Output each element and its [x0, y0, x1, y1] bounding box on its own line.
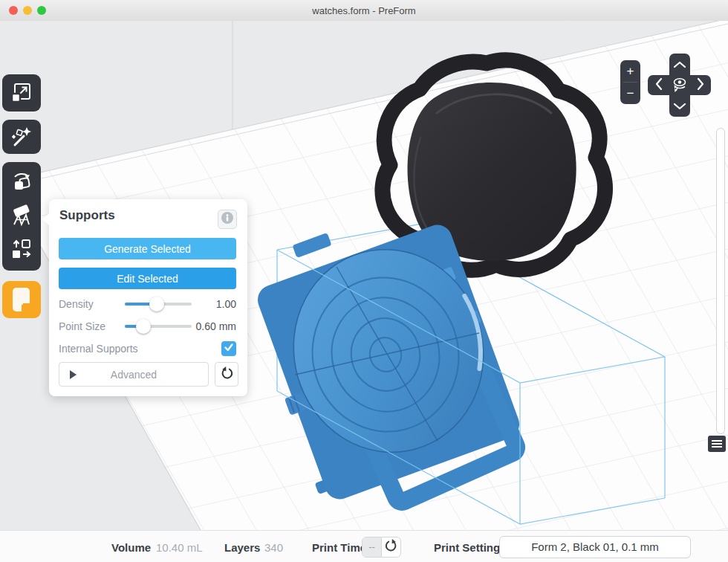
minimize-button[interactable]	[23, 6, 32, 15]
orbit-view-button[interactable]	[669, 75, 690, 95]
zoom-control: + −	[620, 60, 640, 104]
chevron-up-icon	[673, 58, 686, 71]
status-bar: Volume 10.40 mL Layers 340 Print Time --…	[0, 530, 728, 562]
reset-defaults-button[interactable]	[215, 362, 238, 387]
density-row: Density 1.00	[59, 296, 236, 312]
layer-list-button[interactable]	[708, 436, 726, 452]
fullscreen-button[interactable]	[37, 6, 46, 15]
orbit-eye-icon	[670, 74, 689, 97]
panel-notch	[42, 213, 50, 226]
sidebar-tool-one-click-print[interactable]	[2, 120, 41, 154]
generate-selected-button[interactable]: Generate Selected	[59, 238, 236, 259]
density-label: Density	[59, 298, 94, 310]
advanced-expander[interactable]: Advanced	[59, 362, 209, 387]
sidebar-tool-layout[interactable]	[2, 234, 41, 267]
chevron-down-icon	[673, 100, 686, 113]
chevron-left-icon	[655, 77, 663, 94]
rotate-up-button[interactable]	[669, 54, 690, 75]
print-time-label: Print Time	[312, 540, 366, 553]
rotate-left-button[interactable]	[648, 75, 669, 95]
internal-supports-checkbox[interactable]	[221, 341, 236, 356]
point-size-slider[interactable]	[125, 319, 192, 334]
rotate-right-button[interactable]	[690, 75, 711, 95]
checkmark-icon	[223, 341, 235, 356]
reset-icon	[219, 366, 234, 384]
sidebar-print-button[interactable]	[2, 281, 41, 318]
point-size-value: 0.60 mm	[196, 320, 236, 332]
density-slider[interactable]	[125, 297, 192, 311]
rotate-down-button[interactable]	[669, 95, 690, 117]
window-title: watches.form - PreForm	[312, 5, 415, 16]
sidebar-tool-supports[interactable]	[2, 200, 41, 233]
preform-window: watches.form - PreForm	[0, 0, 728, 562]
point-size-row: Point Size 0.60 mm	[59, 318, 236, 335]
info-button[interactable]	[218, 210, 237, 229]
refresh-icon	[384, 538, 399, 556]
chevron-right-icon	[697, 77, 704, 94]
zoom-out-button[interactable]: −	[620, 83, 640, 104]
edit-selected-button[interactable]: Edit Selected	[59, 268, 236, 289]
titlebar: watches.form - PreForm	[0, 0, 728, 22]
volume-value: 10.40 mL	[156, 540, 203, 553]
scale-icon	[10, 82, 33, 104]
layers-label: Layers	[224, 540, 260, 553]
print-settings-label: Print Settings	[434, 540, 507, 553]
print-time-value: --	[363, 537, 382, 557]
expander-triangle-icon	[70, 370, 77, 379]
sidebar-tool-group	[2, 162, 41, 271]
print-settings-field[interactable]: Form 2, Black 01, 0.1 mm	[499, 536, 691, 558]
slider-thumb[interactable]	[149, 297, 164, 311]
zoom-in-button[interactable]: +	[620, 60, 640, 82]
print-time-control: --	[362, 537, 401, 558]
volume-label: Volume	[111, 540, 151, 553]
orient-icon	[10, 169, 33, 196]
sidebar-tool-scale[interactable]	[2, 74, 41, 112]
layers-value: 340	[264, 540, 283, 553]
viewport-3d[interactable]: Supports Generate Selected Edit Selected…	[0, 21, 728, 530]
sidebar-tool-orient[interactable]	[2, 166, 41, 198]
refresh-print-time-button[interactable]	[382, 537, 400, 557]
internal-supports-label: Internal Supports	[59, 343, 138, 355]
magic-wand-icon	[10, 126, 33, 148]
layout-icon	[10, 237, 33, 264]
layer-slider-track[interactable]	[716, 128, 725, 434]
advanced-label: Advanced	[111, 369, 157, 381]
supports-panel: Supports Generate Selected Edit Selected…	[49, 199, 247, 396]
density-value: 1.00	[216, 298, 236, 310]
point-size-label: Point Size	[59, 320, 105, 332]
slider-thumb[interactable]	[136, 319, 151, 334]
panel-title: Supports	[59, 208, 115, 223]
internal-supports-row: Internal Supports	[59, 340, 236, 357]
cartridge-icon	[12, 287, 31, 312]
close-button[interactable]	[9, 6, 18, 15]
info-icon	[221, 211, 234, 227]
supports-icon	[10, 203, 33, 230]
